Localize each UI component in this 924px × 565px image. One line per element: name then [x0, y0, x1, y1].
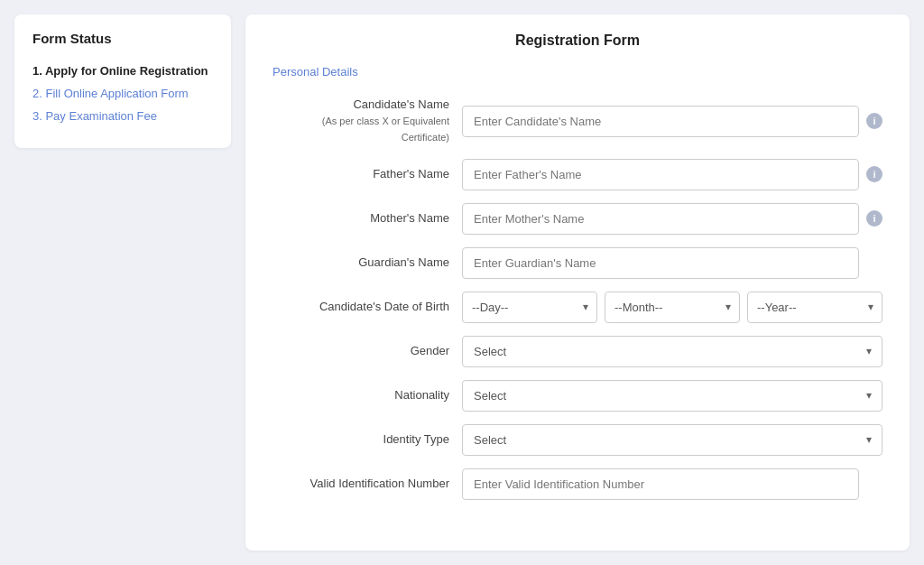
- candidates-name-row: Candidate's Name (As per class X or Equi…: [273, 97, 882, 146]
- nationality-input-wrapper: Select Indian Other: [462, 380, 882, 412]
- identity-type-select[interactable]: Select Aadhaar Passport Voter ID PAN: [462, 424, 882, 456]
- sidebar-step-2[interactable]: 2. Fill Online Application Form: [32, 87, 213, 100]
- year-select[interactable]: --Year--: [747, 292, 882, 323]
- section-title: Personal Details: [273, 65, 882, 79]
- valid-id-input-wrapper: [462, 468, 882, 500]
- candidates-name-info-icon: i: [866, 113, 882, 129]
- identity-type-select-wrapper: Select Aadhaar Passport Voter ID PAN: [462, 424, 882, 456]
- fathers-name-info-icon: i: [866, 166, 882, 182]
- sidebar-step-1[interactable]: 1. Apply for Online Registration: [32, 64, 213, 78]
- year-select-wrapper: --Year--: [747, 292, 882, 323]
- identity-type-row: Identity Type Select Aadhaar Passport Vo…: [273, 424, 882, 456]
- form-title: Registration Form: [273, 32, 882, 49]
- valid-id-row: Valid Identification Number: [273, 468, 882, 500]
- gender-input-wrapper: Select Male Female Other: [462, 336, 882, 367]
- candidates-name-input[interactable]: [462, 106, 859, 137]
- month-select[interactable]: --Month--: [605, 292, 740, 323]
- candidates-name-input-wrapper: i: [462, 106, 882, 137]
- mothers-name-info-icon: i: [866, 210, 882, 227]
- fathers-name-label: Father's Name: [273, 166, 462, 182]
- guardians-name-label: Guardian's Name: [273, 255, 462, 271]
- nationality-select-wrapper: Select Indian Other: [462, 380, 882, 412]
- gender-label: Gender: [273, 343, 462, 359]
- mothers-name-input-wrapper: i: [462, 203, 882, 235]
- day-select[interactable]: --Day--: [462, 292, 597, 323]
- valid-id-label: Valid Identification Number: [273, 476, 462, 492]
- guardians-name-row: Guardian's Name: [273, 247, 882, 279]
- dob-label: Candidate's Date of Birth: [273, 299, 462, 315]
- candidates-name-label: Candidate's Name (As per class X or Equi…: [273, 97, 462, 146]
- mothers-name-label: Mother's Name: [273, 210, 462, 227]
- sidebar: Form Status 1. Apply for Online Registra…: [14, 14, 231, 148]
- sidebar-step-3[interactable]: 3. Pay Examination Fee: [32, 109, 213, 123]
- identity-type-label: Identity Type: [273, 431, 462, 448]
- fathers-name-input-wrapper: i: [462, 159, 882, 190]
- main-form-area: Registration Form Personal Details Candi…: [245, 14, 910, 551]
- nationality-select[interactable]: Select Indian Other: [462, 380, 882, 412]
- guardians-name-input-wrapper: [462, 247, 882, 279]
- fathers-name-input[interactable]: [462, 159, 859, 190]
- gender-row: Gender Select Male Female Other: [273, 336, 882, 367]
- fathers-name-row: Father's Name i: [273, 159, 882, 190]
- nationality-label: Nationality: [273, 387, 462, 403]
- identity-type-input-wrapper: Select Aadhaar Passport Voter ID PAN: [462, 424, 882, 456]
- valid-id-input[interactable]: [462, 468, 859, 500]
- month-select-wrapper: --Month--: [605, 292, 740, 323]
- dob-row: Candidate's Date of Birth --Day-- --Mont…: [273, 292, 882, 323]
- mothers-name-row: Mother's Name i: [273, 203, 882, 235]
- dob-selects: --Day-- --Month-- --Year--: [462, 292, 882, 323]
- day-select-wrapper: --Day--: [462, 292, 597, 323]
- mothers-name-input[interactable]: [462, 203, 859, 235]
- dob-input-wrapper: --Day-- --Month-- --Year--: [462, 292, 882, 323]
- gender-select-wrapper: Select Male Female Other: [462, 336, 882, 367]
- guardians-name-input[interactable]: [462, 247, 859, 279]
- gender-select[interactable]: Select Male Female Other: [462, 336, 882, 367]
- sidebar-title: Form Status: [32, 31, 213, 46]
- nationality-row: Nationality Select Indian Other: [273, 380, 882, 412]
